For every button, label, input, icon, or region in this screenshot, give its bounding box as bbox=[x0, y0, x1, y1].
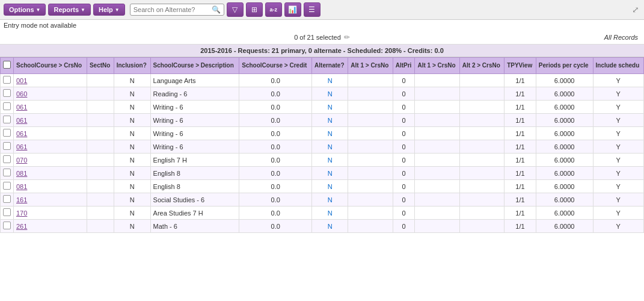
cell-description: Language Arts bbox=[150, 74, 239, 87]
cell-crsno[interactable]: 061 bbox=[14, 101, 87, 114]
col-alt1crsno: Alt 1 > CrsNo bbox=[348, 58, 393, 74]
cell-crsno[interactable]: 061 bbox=[14, 114, 87, 127]
help-button[interactable]: Help ▼ bbox=[93, 4, 125, 16]
cell-include: Y bbox=[593, 74, 643, 87]
cell-tpyview: 1/1 bbox=[504, 87, 536, 101]
summary-bar: 2015-2016 - Requests: 21 primary, 0 alte… bbox=[0, 45, 644, 57]
cell-credit: 0.0 bbox=[239, 74, 312, 87]
cell-alternate: N bbox=[312, 193, 348, 206]
cell-alt2crsno bbox=[459, 101, 504, 114]
cell-alternate: N bbox=[312, 180, 348, 193]
grid-icon: ⊞ bbox=[251, 5, 257, 14]
row-checkbox[interactable] bbox=[3, 116, 11, 123]
row-checkbox[interactable] bbox=[3, 89, 11, 97]
cell-alternate: N bbox=[312, 206, 348, 220]
cell-tpyview: 1/1 bbox=[504, 193, 536, 206]
select-all-checkbox[interactable] bbox=[3, 61, 11, 69]
cell-crsno[interactable]: 261 bbox=[14, 220, 87, 233]
cell-crsno[interactable]: 061 bbox=[14, 127, 87, 140]
row-checkbox-cell bbox=[1, 127, 14, 140]
az-icon: a-z bbox=[269, 7, 277, 13]
cell-alt1crsno2 bbox=[415, 101, 459, 114]
cell-alt1crsno bbox=[348, 154, 393, 167]
cell-credit: 0.0 bbox=[239, 154, 312, 167]
row-checkbox[interactable] bbox=[3, 169, 11, 176]
cell-alt2crsno bbox=[459, 180, 504, 193]
cell-alternate: N bbox=[312, 167, 348, 180]
cell-altpri: 0 bbox=[393, 154, 415, 167]
cell-include: Y bbox=[593, 140, 643, 154]
cell-inclusion: N bbox=[114, 206, 150, 220]
cell-altpri: 0 bbox=[393, 206, 415, 220]
az-button[interactable]: a-z bbox=[265, 2, 282, 17]
row-checkbox[interactable] bbox=[3, 142, 11, 150]
col-tpyview: TPYView bbox=[504, 58, 536, 74]
row-checkbox[interactable] bbox=[3, 208, 11, 216]
row-checkbox[interactable] bbox=[3, 102, 11, 110]
selected-count: 0 of 21 selected ✏ bbox=[294, 33, 350, 42]
row-checkbox[interactable] bbox=[3, 222, 11, 229]
row-checkbox[interactable] bbox=[3, 195, 11, 203]
row-checkbox[interactable] bbox=[3, 129, 11, 137]
grid-view-button[interactable]: ⊞ bbox=[246, 2, 263, 17]
cell-periods: 6.0000 bbox=[536, 140, 593, 154]
cell-periods: 6.0000 bbox=[536, 206, 593, 220]
cell-crsno[interactable]: 061 bbox=[14, 140, 87, 154]
cell-crsno[interactable]: 081 bbox=[14, 180, 87, 193]
table-row: 061NWriting - 60.0N01/16.0000Y bbox=[1, 127, 644, 140]
cell-altpri: 0 bbox=[393, 74, 415, 87]
table-row: 060NReading - 60.0N01/16.0000Y bbox=[1, 87, 644, 101]
cell-crsno[interactable]: 060 bbox=[14, 87, 87, 101]
select-all-header[interactable] bbox=[1, 58, 14, 74]
cell-crsno[interactable]: 070 bbox=[14, 154, 87, 167]
filter-button[interactable]: ▽ bbox=[227, 2, 244, 17]
cell-credit: 0.0 bbox=[239, 167, 312, 180]
cell-description: Math - 6 bbox=[150, 220, 239, 233]
cell-alt2crsno bbox=[459, 206, 504, 220]
cell-crsno[interactable]: 170 bbox=[14, 206, 87, 220]
cell-credit: 0.0 bbox=[239, 193, 312, 206]
cell-description: Area Studies 7 H bbox=[150, 206, 239, 220]
row-checkbox[interactable] bbox=[3, 155, 11, 163]
row-checkbox[interactable] bbox=[3, 182, 11, 190]
cell-alternate: N bbox=[312, 220, 348, 233]
col-periods: Periods per cycle bbox=[536, 58, 593, 74]
cell-alternate: N bbox=[312, 74, 348, 87]
col-alternate: Alternate? bbox=[312, 58, 348, 74]
help-arrow-icon: ▼ bbox=[115, 7, 120, 13]
table-row: 261NMath - 60.0N01/16.0000Y bbox=[1, 220, 644, 233]
cell-periods: 6.0000 bbox=[536, 101, 593, 114]
cell-tpyview: 1/1 bbox=[504, 140, 536, 154]
table-row: 001NLanguage Arts0.0N01/16.0000Y bbox=[1, 74, 644, 87]
chart-button[interactable]: 📊 bbox=[284, 2, 301, 17]
cell-crsno[interactable]: 081 bbox=[14, 167, 87, 180]
table-row: 170NArea Studies 7 H0.0N01/16.0000Y bbox=[1, 206, 644, 220]
list-button[interactable]: ☰ bbox=[304, 2, 320, 17]
cell-alt1crsno2 bbox=[415, 74, 459, 87]
cell-alt2crsno bbox=[459, 220, 504, 233]
reports-button[interactable]: Reports ▼ bbox=[48, 4, 90, 16]
cell-sectno bbox=[87, 140, 114, 154]
help-label: Help bbox=[99, 6, 113, 13]
options-button[interactable]: Options ▼ bbox=[4, 4, 46, 16]
cell-sectno bbox=[87, 167, 114, 180]
expand-icon[interactable]: ⤢ bbox=[631, 4, 640, 16]
filter-icon: ▽ bbox=[232, 5, 238, 14]
edit-icon[interactable]: ✏ bbox=[344, 33, 350, 42]
cell-tpyview: 1/1 bbox=[504, 114, 536, 127]
cell-crsno[interactable]: 161 bbox=[14, 193, 87, 206]
row-checkbox-cell bbox=[1, 114, 14, 127]
row-checkbox[interactable] bbox=[3, 76, 11, 84]
cell-altpri: 0 bbox=[393, 167, 415, 180]
cell-periods: 6.0000 bbox=[536, 220, 593, 233]
cell-include: Y bbox=[593, 127, 643, 140]
cell-alt1crsno bbox=[348, 101, 393, 114]
cell-inclusion: N bbox=[114, 193, 150, 206]
cell-crsno[interactable]: 001 bbox=[14, 74, 87, 87]
cell-inclusion: N bbox=[114, 167, 150, 180]
cell-alt1crsno bbox=[348, 140, 393, 154]
cell-altpri: 0 bbox=[393, 220, 415, 233]
table-body: 001NLanguage Arts0.0N01/16.0000Y060NRead… bbox=[1, 74, 644, 233]
search-input[interactable] bbox=[133, 6, 212, 13]
cell-periods: 6.0000 bbox=[536, 127, 593, 140]
